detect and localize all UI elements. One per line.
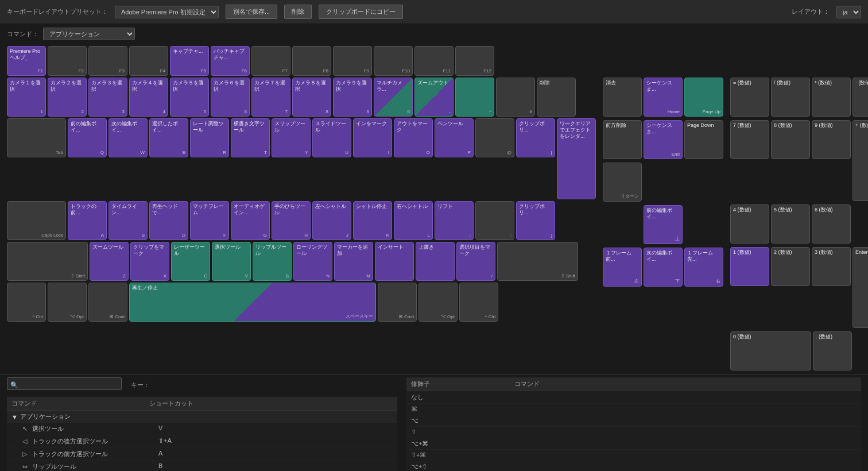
- key-k[interactable]: シャトル停止 K: [353, 201, 392, 240]
- key-cmd-right[interactable]: ⌘ Cmd: [378, 283, 417, 322]
- key-f9[interactable]: F9: [333, 46, 372, 76]
- key-i[interactable]: インをマーク I: [353, 118, 392, 157]
- key-pgdn[interactable]: Page Down: [684, 120, 723, 159]
- key-pgup[interactable]: Page Up: [684, 78, 723, 117]
- preset-select[interactable]: Adobe Premiere Pro 初期設定: [115, 6, 219, 18]
- key-t[interactable]: 横書き文字ツール T: [231, 118, 270, 157]
- key-1frame-next[interactable]: １フレーム先... 右: [684, 248, 723, 287]
- key-8[interactable]: カメラ８を選択 8: [292, 78, 331, 117]
- row-track-back[interactable]: ◁ トラックの後方選択ツール ⇧+A: [7, 435, 397, 448]
- key-shift-left[interactable]: ⇧ Shift: [7, 242, 88, 281]
- key-f5[interactable]: キャプチャ... F5: [170, 46, 209, 76]
- num-eq[interactable]: = (数値): [730, 78, 769, 117]
- num-sub[interactable]: - (数値): [852, 78, 868, 117]
- key-d[interactable]: 再生ヘッドで... D: [149, 201, 188, 240]
- key-u[interactable]: スライドツール U: [312, 118, 351, 157]
- row-ripple[interactable]: ⇔ リップルツール B: [7, 461, 397, 471]
- copy-clipboard-button[interactable]: クリップボードにコピー: [319, 5, 403, 19]
- key-c[interactable]: レーザーツール C: [171, 242, 210, 281]
- key-end[interactable]: シーケンスま... End: [644, 120, 683, 159]
- key-cmd-left[interactable]: ⌘ Cmd: [88, 283, 127, 322]
- key-f4[interactable]: F4: [129, 46, 168, 76]
- key-5[interactable]: カメラ５を選択 5: [170, 78, 209, 117]
- num-3[interactable]: 3 (数値): [812, 247, 851, 286]
- key-period[interactable]: 上書き .: [416, 242, 455, 281]
- key-enter-tall[interactable]: ワークエリアでエフェクトをレンダ...: [557, 118, 596, 199]
- key-shift-right[interactable]: ⇧ Shift: [497, 242, 578, 281]
- key-comma[interactable]: インサート ,: [375, 242, 414, 281]
- key-opt-right[interactable]: ⌥ Opt: [418, 283, 458, 322]
- key-y[interactable]: スリップツール Y: [272, 118, 311, 157]
- key-fwd-del[interactable]: 前方削除: [603, 120, 642, 159]
- num-1[interactable]: 1 (数値): [730, 247, 769, 286]
- key-v[interactable]: 選択ツール V: [212, 242, 251, 281]
- key-f3[interactable]: F3: [88, 46, 127, 76]
- key-s[interactable]: タイムライン... S: [108, 201, 148, 240]
- num-9[interactable]: 9 (数値): [812, 120, 851, 159]
- key-f6[interactable]: バッチキャプチャ... F6: [211, 46, 250, 76]
- mod-row-opt[interactable]: ⌥: [406, 415, 861, 427]
- key-f8[interactable]: F8: [292, 46, 331, 76]
- key-n[interactable]: ローリングツール N: [293, 242, 332, 281]
- mod-row-cmd[interactable]: ⌘: [406, 404, 861, 415]
- key-semicolon[interactable]: リフト ;: [435, 201, 474, 240]
- mod-row-opt-cmd[interactable]: ⌥+⌘: [406, 438, 861, 450]
- row-select-tool[interactable]: ↖ 選択ツール V: [7, 423, 397, 435]
- key-j[interactable]: 左へシャトル J: [312, 201, 351, 240]
- num-mul[interactable]: * (数値): [812, 78, 851, 117]
- key-ctrl[interactable]: ^ Ctrl: [7, 283, 46, 322]
- num-div[interactable]: / (数値): [771, 78, 810, 117]
- mod-row-opt-shift[interactable]: ⌥+⇧: [406, 461, 861, 471]
- key-3[interactable]: カメラ３を選択 3: [88, 78, 127, 117]
- key-caret[interactable]: ^: [455, 78, 494, 117]
- group-application[interactable]: ▼ アプリケーション: [7, 411, 397, 423]
- key-z[interactable]: ズームツール Z: [90, 242, 129, 281]
- key-x[interactable]: クリップをマーク X: [130, 242, 169, 281]
- num-2[interactable]: 2 (数値): [771, 247, 810, 286]
- key-space[interactable]: 再生／停止 スペースキー: [129, 283, 376, 322]
- key-f[interactable]: マッチフレーム F: [190, 201, 229, 240]
- key-9[interactable]: カメラ９を選択 9: [333, 78, 372, 117]
- key-2[interactable]: カメラ２を選択 2: [48, 78, 87, 117]
- mod-row-none[interactable]: なし: [406, 391, 861, 404]
- num-4[interactable]: 4 (数値): [730, 204, 769, 244]
- command-select[interactable]: アプリケーション: [43, 28, 135, 40]
- key-p[interactable]: ペンツール P: [435, 118, 474, 157]
- key-q[interactable]: 前の編集ポイ... Q: [68, 118, 107, 157]
- key-6[interactable]: カメラ６を選択 6: [211, 78, 250, 117]
- key-opt[interactable]: ⌥ Opt: [48, 283, 87, 322]
- key-f7[interactable]: F7: [251, 46, 290, 76]
- num-add[interactable]: + (数値): [852, 120, 868, 201]
- key-1[interactable]: カメラ１を選択 1: [7, 78, 46, 117]
- layout-select[interactable]: ja: [836, 6, 861, 18]
- key-e[interactable]: 選択したボイ... E: [149, 118, 188, 157]
- key-4[interactable]: カメラ４を選択 4: [129, 78, 168, 117]
- key-yen[interactable]: ¥: [496, 78, 535, 117]
- key-l[interactable]: 右へシャトル L: [394, 201, 433, 240]
- key-f11[interactable]: F11: [414, 46, 454, 76]
- key-caps[interactable]: Caps Lock: [7, 201, 66, 240]
- save-as-button[interactable]: 別名で保存...: [226, 5, 277, 19]
- num-dot[interactable]: . (数値): [813, 331, 852, 370]
- delete-button[interactable]: 削除: [284, 5, 312, 19]
- num-7[interactable]: 7 (数値): [730, 120, 769, 159]
- mod-row-shift-cmd[interactable]: ⇧+⌘: [406, 450, 861, 461]
- key-f10[interactable]: F10: [374, 46, 413, 76]
- num-enter[interactable]: Enter (数: [852, 247, 868, 328]
- key-0[interactable]: マルチカメラ... 0: [374, 78, 413, 117]
- key-up[interactable]: 前の編集ポイ... 上: [644, 205, 683, 244]
- key-bracket-open[interactable]: クリップポリ... [: [516, 118, 555, 157]
- key-1freme-prev[interactable]: １フレーム前... 左: [603, 248, 642, 287]
- key-tab[interactable]: Tab: [7, 118, 66, 157]
- key-7[interactable]: カメラ７を選択 7: [251, 78, 290, 117]
- num-5[interactable]: 5 (数値): [771, 204, 810, 244]
- num-6[interactable]: 6 (数値): [812, 204, 851, 244]
- key-home[interactable]: シーケンスま... Home: [644, 78, 683, 117]
- key-at[interactable]: @: [475, 118, 514, 157]
- key-ctrl-right[interactable]: ^ Ctrl: [459, 283, 498, 322]
- row-track-fwd[interactable]: ▷ トラックの前方選択ツール A: [7, 448, 397, 461]
- key-colon[interactable]: :: [475, 201, 514, 240]
- num-8[interactable]: 8 (数値): [771, 120, 810, 159]
- key-f12[interactable]: F12: [455, 46, 494, 76]
- key-down[interactable]: 次の編集ポイ... 下: [644, 248, 683, 287]
